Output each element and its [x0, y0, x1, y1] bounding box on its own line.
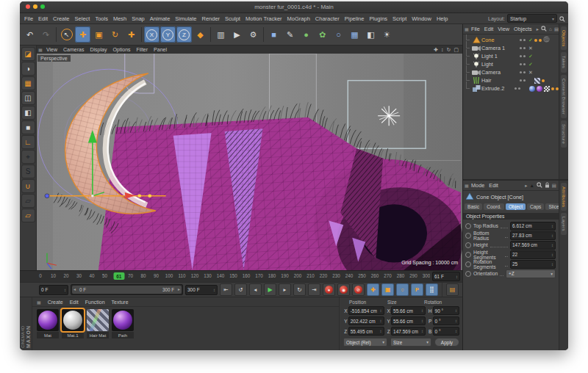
- visibility-dot[interactable]: [523, 39, 526, 41]
- stepper-icon[interactable]: ↕: [551, 233, 553, 238]
- add-spline-pen-button[interactable]: ✎: [282, 26, 298, 43]
- zoom-view-icon[interactable]: ↕: [441, 47, 444, 53]
- animation-dot-icon[interactable]: [556, 87, 559, 90]
- property-field[interactable]: 22↕: [510, 250, 556, 259]
- material-item[interactable]: Path: [112, 309, 134, 338]
- browse-up-icon[interactable]: ⌂: [549, 26, 552, 32]
- keyframe-selection-button[interactable]: ⊘: [352, 283, 365, 296]
- menu-item-snap[interactable]: Snap: [132, 15, 145, 22]
- material-tag-icon[interactable]: [537, 86, 542, 92]
- key-rotation-button[interactable]: ○: [396, 283, 409, 296]
- stepper-icon[interactable]: ↕: [380, 329, 382, 333]
- object-menu-edit[interactable]: Edit: [484, 26, 494, 32]
- stepper-icon[interactable]: ↕: [64, 288, 66, 292]
- pan-view-icon[interactable]: ✚: [434, 47, 438, 53]
- material-menu-texture[interactable]: Texture: [112, 300, 129, 305]
- visibility-toggles[interactable]: [518, 79, 527, 82]
- visibility-toggles[interactable]: [513, 87, 522, 90]
- range-right-handle[interactable]: ▸: [178, 286, 180, 294]
- layout-select[interactable]: Startup▾: [507, 14, 557, 23]
- titlebar[interactable]: monster fur_0001.c4d * - Main: [20, 1, 568, 13]
- stepper-icon[interactable]: ↕: [380, 308, 382, 313]
- current-frame-field[interactable]: 61 F↕: [432, 272, 460, 281]
- enabled-state-icon[interactable]: ✓: [527, 54, 534, 59]
- object-row[interactable]: Extrude.2: [463, 84, 559, 93]
- stepper-icon[interactable]: ↕: [455, 308, 457, 313]
- stepper-icon[interactable]: ↕: [455, 319, 457, 323]
- menu-item-render[interactable]: Render: [202, 15, 220, 22]
- object-mode-select[interactable]: Object (Rel)▾: [343, 338, 387, 347]
- key-parameter-button[interactable]: P: [411, 283, 423, 296]
- play-backward-button[interactable]: ↺: [234, 283, 247, 296]
- render-picture-viewer-button[interactable]: ▶: [229, 26, 245, 43]
- hair-material-tag-icon[interactable]: [534, 78, 540, 84]
- timeline-playhead[interactable]: 61: [113, 272, 124, 280]
- visibility-dot[interactable]: [520, 39, 522, 41]
- enabled-state-icon[interactable]: ✓: [527, 37, 534, 43]
- menu-item-help[interactable]: Help: [437, 15, 448, 22]
- material-menu-create[interactable]: Create: [48, 300, 63, 305]
- coord-field-size-x[interactable]: 55.66 cm↕: [391, 306, 426, 315]
- panel-tab-structure[interactable]: Structure: [561, 120, 567, 148]
- panel-tab-content-browser[interactable]: Content Browser: [561, 75, 567, 118]
- stepper-icon[interactable]: ↕: [551, 243, 553, 247]
- panel-tab-objects[interactable]: Objects: [561, 26, 567, 50]
- viewport-menu-cameras[interactable]: Cameras: [63, 47, 84, 52]
- convert-button[interactable]: ◪: [21, 47, 35, 61]
- undo-button[interactable]: ↶: [22, 26, 37, 43]
- visibility-dot[interactable]: [520, 71, 522, 73]
- viewport-menu-filter[interactable]: Filter: [137, 47, 148, 52]
- material-thumbnail-hatched[interactable]: [87, 309, 109, 331]
- material-menu-function[interactable]: Function: [85, 300, 105, 305]
- property-dropdown[interactable]: +Z▾: [506, 269, 556, 278]
- keyframe-toggle-icon[interactable]: [465, 261, 471, 267]
- add-camera-button[interactable]: ◧: [363, 26, 379, 43]
- snap-button[interactable]: S: [21, 164, 35, 178]
- add-generator-button[interactable]: ●: [298, 26, 314, 43]
- animation-dot-icon[interactable]: [534, 39, 537, 42]
- keyframe-toggle-icon[interactable]: [465, 242, 471, 248]
- coord-field-size-y[interactable]: 55.66 cm↕: [391, 316, 426, 325]
- panel-tab-attributes[interactable]: Attributes: [561, 183, 567, 211]
- keyframe-toggle-icon[interactable]: [465, 233, 471, 239]
- visibility-toggles[interactable]: [518, 63, 527, 65]
- coord-field-rotation-h[interactable]: 90 °↕: [433, 306, 459, 315]
- coord-field-rotation-b[interactable]: 0 °↕: [433, 327, 459, 336]
- material-item[interactable]: Mat: [37, 309, 59, 338]
- key-pla-button[interactable]: ⣿: [426, 283, 438, 296]
- menu-item-file[interactable]: File: [24, 15, 33, 22]
- attribute-menu-mode[interactable]: Mode: [471, 182, 484, 189]
- fur-tag-icon[interactable]: [543, 36, 550, 44]
- menu-item-script[interactable]: Script: [392, 15, 406, 22]
- menu-item-mesh[interactable]: Mesh: [113, 15, 126, 22]
- attribute-menu-edit[interactable]: Edit: [489, 182, 498, 189]
- object-row[interactable]: Camera✕: [463, 68, 559, 76]
- stepper-icon[interactable]: ↕: [213, 288, 215, 292]
- visibility-dot[interactable]: [523, 71, 526, 73]
- coord-field-position-y[interactable]: 202.422 cm↕: [348, 316, 384, 325]
- keyframe-toggle-icon[interactable]: [465, 252, 471, 258]
- goto-start-button[interactable]: ⇤: [220, 283, 232, 296]
- animation-dot-icon[interactable]: [542, 79, 545, 82]
- filter-arrow-icon[interactable]: ▸: [537, 26, 539, 32]
- model-mode-button[interactable]: ■: [21, 120, 35, 134]
- viewport-menu-panel[interactable]: Panel: [154, 47, 167, 52]
- material-thumbnail-sphere-purple[interactable]: [37, 309, 59, 331]
- stepper-icon[interactable]: ↕: [551, 253, 553, 257]
- panel-tab-layers[interactable]: Layers: [561, 213, 567, 235]
- key-position-button[interactable]: ✚: [367, 283, 379, 296]
- animation-dot-icon[interactable]: [539, 39, 542, 42]
- range-bar[interactable]: 0 F300 F: [72, 286, 182, 294]
- add-spline-primitive-button[interactable]: ○: [331, 26, 346, 43]
- goto-end-button[interactable]: ⇥: [308, 283, 320, 296]
- size-mode-select[interactable]: Size▾: [390, 338, 431, 347]
- lock-icon[interactable]: [545, 182, 550, 189]
- stepper-icon[interactable]: ↕: [421, 329, 423, 333]
- tab-object[interactable]: Object: [506, 203, 526, 210]
- search-icon[interactable]: [541, 26, 547, 32]
- enabled-state-icon[interactable]: ✕: [527, 70, 534, 76]
- end-frame-field[interactable]: 300 F↕: [185, 285, 218, 295]
- texture-tag-icon[interactable]: [544, 86, 550, 92]
- coord-field-rotation-p[interactable]: 0 °↕: [433, 316, 459, 325]
- menu-item-edit[interactable]: Edit: [38, 15, 48, 22]
